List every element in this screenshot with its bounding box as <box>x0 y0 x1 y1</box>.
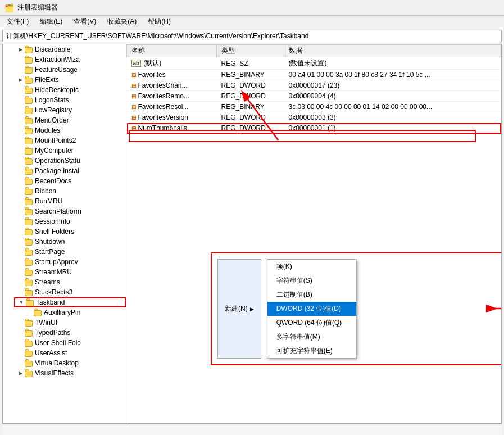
tree-toggle <box>16 167 24 175</box>
tree-item-logonstats[interactable]: LogonStats <box>14 95 126 105</box>
tree-item-userassist[interactable]: UserAssist <box>14 348 126 358</box>
tree-label: UserAssist <box>35 349 67 357</box>
table-row[interactable]: ⊞FavoritesREG_BINARY00 a4 01 00 00 3a 00… <box>127 70 501 80</box>
tree-item-typedpaths[interactable]: TypedPaths <box>14 328 126 338</box>
tree-item-auxilliarypin[interactable]: AuxilliaryPin <box>23 307 126 318</box>
tree-item-streams[interactable]: Streams <box>14 277 126 287</box>
tree-toggle <box>16 319 24 327</box>
submenu-item-bin[interactable]: 二进制值(B) <box>267 288 356 302</box>
tree-item-recentdocs[interactable]: RecentDocs <box>14 176 126 186</box>
tree-item-lowregistry[interactable]: LowRegistry <box>14 105 126 115</box>
tree-label: User Shell Folc <box>35 339 80 347</box>
tree-toggle <box>16 228 24 235</box>
tree-toggle <box>16 147 24 155</box>
tree-scroll[interactable]: ▶ Discardable ExtractionWiza FeatureUsag… <box>3 44 126 423</box>
reg-name: FavoritesRemo... <box>138 92 189 100</box>
tree-item-startpage[interactable]: StartPage <box>14 247 126 257</box>
tree-item-visualeffects[interactable]: ▶ VisualEffects <box>14 368 126 378</box>
tree-item-fileexts[interactable]: ▶ FileExts <box>14 75 126 85</box>
folder-icon <box>24 359 33 367</box>
folder-icon <box>24 228 33 235</box>
tree-item-modules[interactable]: Modules <box>14 125 126 135</box>
tree-item-runmru[interactable]: RunMRU <box>14 196 126 206</box>
new-button[interactable]: 新建(N) ▶ <box>217 259 261 359</box>
menu-favorites[interactable]: 收藏夹(A) <box>105 16 139 27</box>
menu-edit[interactable]: 编辑(E) <box>38 16 65 27</box>
tree-toggle <box>16 197 24 205</box>
reg-name: (默认) <box>143 59 161 67</box>
folder-icon <box>24 167 33 175</box>
folder-icon <box>24 147 33 155</box>
tree-item-taskband[interactable]: ▼ Taskband <box>14 297 126 307</box>
menu-help[interactable]: 帮助(H) <box>146 16 173 27</box>
tree-item-startupapprov[interactable]: StartupApprov <box>14 257 126 267</box>
tree-toggle <box>16 66 24 74</box>
folder-icon <box>24 238 33 246</box>
tree-item-mycomputer[interactable]: MyComputer <box>14 146 126 156</box>
cell-type: REG_SZ <box>217 57 284 70</box>
tree-label: Streams <box>35 278 60 286</box>
cell-data: 00 a4 01 00 00 3a 00 1f 80 c8 27 34 1f 1… <box>284 70 501 80</box>
folder-icon <box>24 268 33 276</box>
submenu-item-multi[interactable]: 多字符串值(M) <box>267 330 356 344</box>
tree-toggle <box>16 238 24 246</box>
tree-label: HideDesktopIc <box>35 86 79 94</box>
tree-item-discardable[interactable]: ▶ Discardable <box>14 44 126 55</box>
tree-item-extractionwiza[interactable]: ExtractionWiza <box>14 55 126 65</box>
tree-label: Modules <box>35 126 60 134</box>
folder-icon <box>33 309 42 316</box>
tree-toggle <box>16 359 24 367</box>
tree-item-operationstatu[interactable]: OperationStatu <box>14 156 126 166</box>
table-row[interactable]: ab(默认)REG_SZ(数值未设置) <box>127 57 501 70</box>
status-bar <box>2 424 502 435</box>
tree-panel: ▶ Discardable ExtractionWiza FeatureUsag… <box>3 44 126 423</box>
tree-item-hidedesktopic[interactable]: HideDesktopIc <box>14 85 126 95</box>
folder-icon <box>24 86 33 94</box>
tree-label: ExtractionWiza <box>35 56 80 64</box>
table-row[interactable]: ⊞NumThumbnailsREG_DWORD0x00000001 (1) <box>127 123 501 134</box>
tree-item-usershellfolc[interactable]: User Shell Folc <box>14 338 126 348</box>
tree-item-virtualdesktop[interactable]: VirtualDesktop <box>14 358 126 368</box>
tree-item-twinui[interactable]: TWinUI <box>14 318 126 328</box>
folder-icon <box>24 96 33 104</box>
tree-toggle <box>16 288 24 296</box>
submenu-item-expand[interactable]: 可扩充字符串值(E) <box>267 344 356 358</box>
tree-item-streammru[interactable]: StreamMRU <box>14 267 126 277</box>
folder-icon <box>25 298 34 306</box>
submenu-item-k[interactable]: 项(K) <box>267 260 356 274</box>
tree-label: StreamMRU <box>35 268 72 276</box>
submenu-item-dword[interactable]: DWORD (32 位)值(D) <box>267 302 356 316</box>
table-row[interactable]: ⊞FavoritesRemo...REG_DWORD0x00000004 (4) <box>127 91 501 102</box>
tree-label: FileExts <box>35 76 59 84</box>
tree-item-sessioninfo[interactable]: SessionInfo <box>14 216 126 226</box>
menu-file[interactable]: 文件(F) <box>4 16 31 27</box>
tree-item-featureusage[interactable]: FeatureUsage <box>14 65 126 75</box>
menu-view[interactable]: 查看(V) <box>71 16 98 27</box>
tree-item-shutdown[interactable]: Shutdown <box>14 237 126 247</box>
folder-icon <box>24 56 33 64</box>
table-row[interactable]: ⊞FavoritesVersionREG_DWORD0x00000003 (3) <box>127 112 501 123</box>
tree-item-menuorder[interactable]: MenuOrder <box>14 115 126 125</box>
right-scroll[interactable]: 名称 类型 数据 ab(默认)REG_SZ(数值未设置)⊞FavoritesRE… <box>126 44 501 423</box>
tree-toggle <box>16 177 24 185</box>
reg-name: FavoritesResol... <box>138 103 189 111</box>
tree-toggle <box>16 248 24 256</box>
tree-item-packageinstal[interactable]: Package Instal <box>14 166 126 176</box>
tree-item-stuckrects3[interactable]: StuckRects3 <box>14 287 126 297</box>
tree-item-mountpoints2[interactable]: MountPoints2 <box>14 135 126 146</box>
tree-label: LowRegistry <box>35 106 72 114</box>
tree-item-shellfolders[interactable]: Shell Folders <box>14 226 126 237</box>
table-row[interactable]: ⊞FavoritesChan...REG_DWORD0x00000017 (23… <box>127 80 501 91</box>
tree-item-searchplatform[interactable]: SearchPlatform <box>14 206 126 216</box>
tree-item-ribbon[interactable]: Ribbon <box>14 186 126 196</box>
tree-toggle <box>16 258 24 266</box>
tree-toggle: ▶ <box>16 369 24 377</box>
submenu-item-qword[interactable]: QWORD (64 位)值(Q) <box>267 316 356 330</box>
reg-name: NumThumbnails <box>138 124 187 132</box>
table-row[interactable]: ⊞FavoritesResol...REG_BINARY3c 03 00 00 … <box>127 102 501 112</box>
folder-icon <box>24 258 33 266</box>
submenu-item-str[interactable]: 字符串值(S) <box>267 274 356 288</box>
folder-icon <box>24 106 33 114</box>
cell-name: ⊞FavoritesRemo... <box>127 91 217 102</box>
reg-name: FavoritesVersion <box>138 114 188 121</box>
